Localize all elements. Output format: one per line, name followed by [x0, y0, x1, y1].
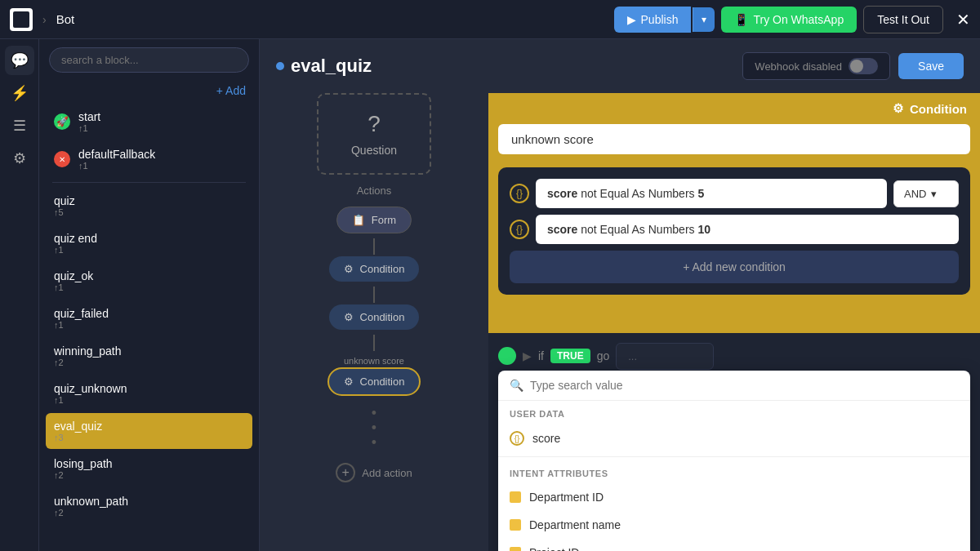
condition-node-active[interactable]: ⚙ Condition	[327, 367, 421, 396]
webhook-label: Webhook disabled	[755, 60, 842, 73]
question-mark-icon: ?	[368, 111, 381, 137]
sidebar-item-quiz-failed[interactable]: quiz_failed ↑1	[46, 300, 252, 336]
canvas-dot	[276, 62, 284, 70]
canvas-area: eval_quiz Webhook disabled Save ? Questi…	[260, 39, 980, 551]
sidebar-list: 🚀 start ↑1 ✕ defaultFallback ↑1 quiz ↑5	[39, 104, 259, 551]
sidebar-item-fallback-count: ↑1	[78, 161, 244, 171]
left-sidebar: + Add 🚀 start ↑1 ✕ defaultFallback ↑1	[39, 39, 260, 551]
flow-connector-3	[373, 335, 375, 351]
top-nav: › Bot ▶ Publish ▾ 📱 Try On WhatsApp Test…	[0, 0, 980, 39]
add-block-button[interactable]: + Add	[216, 84, 246, 97]
condition-node-1[interactable]: ⚙ Condition	[329, 256, 420, 282]
condition-value-box-1[interactable]: score not Equal As Numbers 5	[536, 179, 887, 208]
condition-value-box-2[interactable]: score not Equal As Numbers 10	[536, 215, 959, 244]
go-true-dot	[498, 347, 516, 365]
sidebar-item-fallback-name: defaultFallback	[78, 148, 244, 161]
publish-icon: ▶	[627, 13, 636, 26]
flow-connector-2	[373, 287, 375, 303]
sidebar-item-winning-path[interactable]: winning_path ↑2	[46, 338, 252, 374]
flow-panel: ? Question Actions 📋 Form ⚙ Condition ⚙ …	[260, 93, 488, 551]
arrow-right-icon: ▶	[523, 349, 532, 362]
condition-badge-1: {}	[510, 184, 529, 203]
condition-icon-active: ⚙	[344, 375, 354, 388]
sidebar-item-eval-quiz[interactable]: eval_quiz ↑3	[46, 413, 252, 449]
breadcrumb-chevron: ›	[42, 13, 47, 26]
condition-body: {} score not Equal As Numbers 5 AND ▾ {	[488, 124, 980, 333]
test-button[interactable]: Test It Out	[863, 6, 943, 33]
start-icon: 🚀	[54, 113, 70, 130]
whatsapp-icon: 📱	[734, 13, 748, 26]
true-row: ▶ if TRUE go ...	[498, 343, 970, 370]
condition-badge-2: {}	[510, 220, 529, 239]
sidebar-item-unknown-path[interactable]: unknown_path ↑2	[46, 488, 252, 524]
condition-title: ⚙ Condition	[893, 101, 967, 116]
canvas-content: ? Question Actions 📋 Form ⚙ Condition ⚙ …	[260, 93, 980, 551]
add-condition-row: + Add new condition	[510, 251, 959, 283]
chat-icon-btn[interactable]: 💬	[5, 46, 34, 75]
question-node[interactable]: ? Question	[317, 93, 431, 175]
add-condition-button[interactable]: + Add new condition	[510, 251, 959, 283]
condition-icon-2: ⚙	[344, 311, 354, 323]
toggle-knob	[850, 60, 863, 73]
fallback-icon: ✕	[54, 151, 70, 167]
canvas-header: eval_quiz Webhook disabled Save	[260, 39, 980, 93]
true-select[interactable]: ...	[616, 343, 714, 370]
sidebar-item-start-count: ↑1	[78, 123, 244, 133]
sidebar-item-quiz[interactable]: quiz ↑5	[46, 188, 252, 224]
sidebar-item-start[interactable]: 🚀 start ↑1	[46, 104, 252, 140]
and-select[interactable]: AND ▾	[893, 180, 959, 207]
condition-node-2[interactable]: ⚙ Condition	[329, 304, 420, 330]
canvas-title: eval_quiz	[276, 56, 372, 77]
condition-card: {} score not Equal As Numbers 5 AND ▾ {	[498, 167, 970, 295]
sidebar-item-quiz-end[interactable]: quiz end ↑1	[46, 225, 252, 261]
sidebar-search-container	[49, 47, 249, 73]
condition-panel: ⚙ Condition {} score not Equal As Number…	[488, 93, 980, 551]
add-action-icon: +	[336, 463, 355, 482]
true-badge: TRUE	[550, 349, 590, 363]
app-logo	[10, 8, 33, 31]
save-button[interactable]: Save	[898, 53, 964, 79]
publish-dropdown-button[interactable]: ▾	[693, 7, 715, 32]
condition-row-1: {} score not Equal As Numbers 5 AND ▾	[510, 179, 959, 208]
condition-icon: ⚙	[893, 101, 903, 116]
webhook-switch[interactable]	[849, 58, 878, 74]
condition-row-2: {} score not Equal As Numbers 10	[510, 215, 959, 244]
search-input[interactable]	[49, 47, 249, 73]
flow-connector-1	[373, 238, 375, 255]
condition-name-input[interactable]	[498, 124, 970, 154]
webhook-toggle-container: Webhook disabled	[742, 52, 890, 80]
form-node[interactable]: 📋 Form	[336, 207, 412, 233]
unknown-score-label: unknown score	[344, 356, 404, 366]
page-title: Bot	[56, 12, 328, 26]
form-icon: 📋	[352, 214, 365, 226]
lightning-icon-btn[interactable]: ⚡	[5, 78, 34, 108]
actions-label: Actions	[357, 184, 392, 197]
sidebar-add-container: + Add	[39, 81, 259, 104]
close-button[interactable]: ✕	[956, 10, 970, 29]
question-label: Question	[351, 144, 397, 157]
sidebar-item-defaultfallback[interactable]: ✕ defaultFallback ↑1	[46, 141, 252, 177]
sidebar-item-start-name: start	[78, 110, 244, 123]
sidebar-item-losing-path[interactable]: losing_path ↑2	[46, 451, 252, 487]
whatsapp-button[interactable]: 📱 Try On WhatsApp	[721, 7, 857, 33]
sidebar-item-quiz-unknown[interactable]: quiz_unknown ↑1	[46, 375, 252, 411]
condition-header: ⚙ Condition	[488, 93, 980, 124]
add-action-btn[interactable]: + Add action	[336, 463, 412, 482]
canvas-controls: Webhook disabled Save	[742, 52, 964, 80]
list-icon-btn[interactable]: ☰	[5, 111, 34, 140]
settings-icon-btn[interactable]: ⚙	[5, 144, 34, 173]
main-area: 💬 ⚡ ☰ ⚙ + Add 🚀 start ↑1 ✕ defaultFallba…	[0, 39, 980, 551]
sidebar-divider	[52, 182, 246, 183]
publish-button[interactable]: ▶ Publish	[614, 7, 692, 33]
sidebar-item-quiz-ok[interactable]: quiz_ok ↑1	[46, 263, 252, 299]
condition-icon-1: ⚙	[344, 263, 354, 275]
icon-sidebar: 💬 ⚡ ☰ ⚙	[0, 39, 39, 551]
